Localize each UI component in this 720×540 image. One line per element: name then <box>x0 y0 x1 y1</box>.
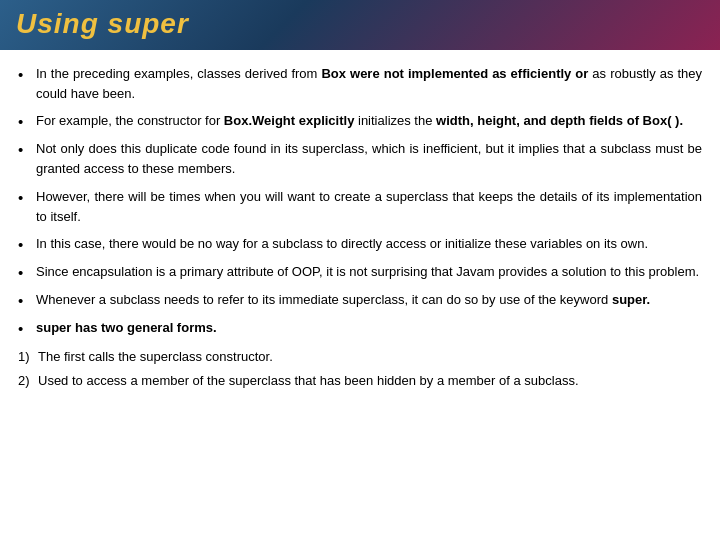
bullet-text: super has two general forms. <box>36 318 702 338</box>
page-title: Using super <box>16 8 189 39</box>
number-label: 2) <box>18 371 38 391</box>
bullet-text: In this case, there would be no way for … <box>36 234 702 254</box>
bullet-dot: • <box>18 64 32 85</box>
bullet-text: In the preceding examples, classes deriv… <box>36 64 702 104</box>
numbered-text: Used to access a member of the superclas… <box>38 371 579 391</box>
bullet-dot: • <box>18 187 32 208</box>
header: Using super <box>0 0 720 50</box>
bullet-dot: • <box>18 111 32 132</box>
bullet-text: Whenever a subclass needs to refer to it… <box>36 290 702 310</box>
numbered-item: 1) The first calls the superclass constr… <box>18 347 702 367</box>
list-item: • Whenever a subclass needs to refer to … <box>18 290 702 311</box>
bullet-text: For example, the constructor for Box.Wei… <box>36 111 702 131</box>
list-item: • Since encapsulation is a primary attri… <box>18 262 702 283</box>
bullet-dot: • <box>18 139 32 160</box>
content-area: • In the preceding examples, classes der… <box>0 50 720 405</box>
bullet-dot: • <box>18 234 32 255</box>
bullet-dot: • <box>18 262 32 283</box>
number-label: 1) <box>18 347 38 367</box>
bullet-dot: • <box>18 318 32 339</box>
bullet-text: Since encapsulation is a primary attribu… <box>36 262 702 282</box>
bullet-text: Not only does this duplicate code found … <box>36 139 702 179</box>
list-item: • super has two general forms. <box>18 318 702 339</box>
list-item: • Not only does this duplicate code foun… <box>18 139 702 179</box>
bullet-text: However, there will be times when you wi… <box>36 187 702 227</box>
list-item: • In this case, there would be no way fo… <box>18 234 702 255</box>
list-item: • In the preceding examples, classes der… <box>18 64 702 104</box>
numbered-list: 1) The first calls the superclass constr… <box>18 347 702 391</box>
list-item: • For example, the constructor for Box.W… <box>18 111 702 132</box>
numbered-item: 2) Used to access a member of the superc… <box>18 371 702 391</box>
bullet-list: • In the preceding examples, classes der… <box>18 64 702 339</box>
list-item: • However, there will be times when you … <box>18 187 702 227</box>
numbered-text: The first calls the superclass construct… <box>38 347 273 367</box>
bullet-dot: • <box>18 290 32 311</box>
